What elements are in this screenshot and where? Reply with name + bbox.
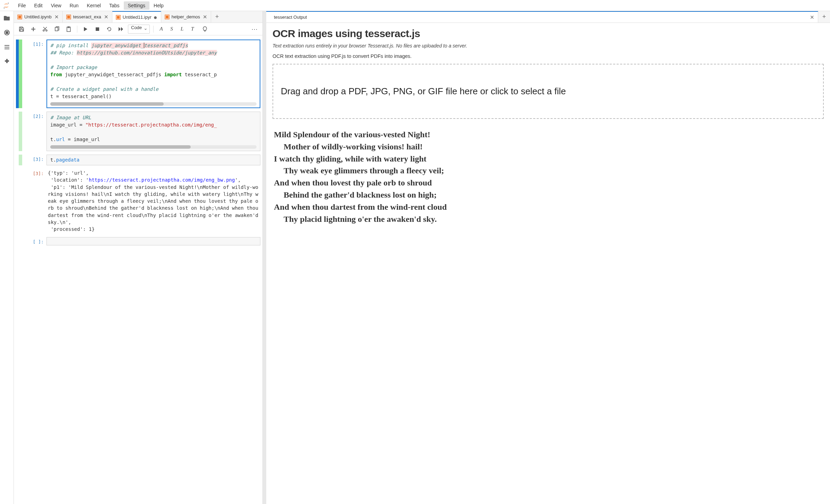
close-icon[interactable]: ✕	[203, 14, 207, 20]
add-cell-icon[interactable]	[28, 24, 38, 34]
folder-icon[interactable]	[3, 14, 11, 22]
svg-point-20	[46, 30, 47, 31]
poem-line: Mother of wildly-working visions! hail!	[274, 141, 822, 153]
code-editor[interactable]	[46, 237, 260, 245]
cell-prompt: [3]:	[22, 155, 46, 165]
cell-prompt: [2]:	[22, 112, 46, 151]
code-cell[interactable]: [3]: t.pagedata	[16, 155, 260, 165]
more-icon[interactable]: ⋯	[249, 25, 260, 33]
copy-icon[interactable]	[52, 24, 62, 34]
notebook-icon	[165, 15, 170, 19]
dropzone-text: Drag and drop a PDF, JPG, PNG, or GIF fi…	[281, 85, 815, 97]
menu-settings[interactable]: Settings	[124, 1, 150, 10]
output-cell: [3]: {'typ': 'url', 'location': 'https:/…	[16, 169, 260, 234]
close-icon[interactable]: ✕	[810, 14, 814, 20]
separator	[153, 26, 154, 33]
cell-prompt: [ ]:	[22, 237, 46, 245]
tool-t[interactable]: T	[188, 26, 197, 32]
menu-view[interactable]: View	[47, 1, 66, 10]
cut-icon[interactable]	[40, 24, 50, 34]
output-panel: OCR images using tesseract.js Text extra…	[266, 23, 830, 504]
menu-edit[interactable]: Edit	[30, 1, 47, 10]
cell-status	[19, 155, 22, 165]
code-cell[interactable]: [2]: # Image at URL image_url = "https:/…	[16, 112, 260, 151]
cell-type-select[interactable]: Code	[128, 25, 150, 34]
notebook-toolbar: Code ASLT ⋯	[14, 23, 262, 35]
notebook-tab[interactable]: Untitled.ipynb✕	[14, 11, 63, 23]
h-scrollbar[interactable]	[50, 102, 257, 106]
svg-point-19	[43, 30, 44, 31]
tool-a[interactable]: A	[157, 26, 165, 32]
file-dropzone[interactable]: Drag and drop a PDF, JPG, PNG, or GIF fi…	[273, 64, 824, 119]
tab-label: Untitled.ipynb	[24, 14, 52, 19]
run-icon[interactable]	[81, 24, 90, 34]
add-tab-icon[interactable]: +	[211, 11, 223, 23]
cell-gutter	[16, 237, 19, 245]
tab-label: Untitled11.ipyr	[123, 15, 152, 20]
svg-rect-16	[20, 29, 23, 31]
poem-line: Behind the gather'd blackness lost on hi…	[274, 189, 822, 201]
bulb-icon[interactable]	[200, 24, 210, 34]
extensions-icon[interactable]	[3, 58, 11, 66]
cell-status	[19, 112, 22, 151]
notebook-tab[interactable]: helper_demos✕	[161, 11, 211, 23]
output-tab[interactable]: tesseract Output ✕	[266, 11, 818, 23]
cell-gutter	[16, 40, 19, 108]
run-all-icon[interactable]	[116, 24, 126, 34]
restart-icon[interactable]	[104, 24, 114, 34]
cell-prompt: [1]:	[22, 40, 46, 108]
menubar: FileEditViewRunKernelTabsSettingsHelp	[0, 0, 830, 11]
svg-rect-15	[20, 27, 22, 28]
cell-status	[19, 40, 22, 108]
notebook-icon	[116, 15, 121, 20]
add-tab-icon[interactable]: +	[818, 11, 830, 23]
panel-subtitle: Text extraction runs entirely in your br…	[273, 43, 824, 49]
tool-s[interactable]: S	[167, 26, 176, 32]
output-tabbar: tesseract Output ✕ +	[266, 11, 830, 23]
activity-bar	[0, 11, 14, 504]
svg-rect-26	[96, 27, 99, 31]
separator	[77, 26, 77, 33]
poem-line: Thy placid lightning o'er the awaken'd s…	[274, 213, 822, 225]
code-cell[interactable]: [1]: # pip install jupyter_anywidget_tes…	[16, 40, 260, 108]
notebook-body: [1]: # pip install jupyter_anywidget_tes…	[14, 35, 262, 504]
svg-rect-12	[117, 16, 120, 19]
ocr-result: Mild Splendour of the various-vested Nig…	[273, 127, 824, 227]
tab-label: tesseract Output	[274, 15, 307, 20]
panel-desc: OCR text extraction using PDF.js to conv…	[273, 53, 824, 59]
poem-line: Thy weak eye glimmers through a fleecy v…	[274, 165, 822, 177]
menu-help[interactable]: Help	[149, 1, 168, 10]
dirty-indicator-icon: ●	[154, 14, 157, 20]
tab-label: helper_demos	[172, 14, 200, 19]
h-scrollbar[interactable]	[50, 145, 257, 149]
tool-l[interactable]: L	[178, 26, 186, 32]
close-icon[interactable]: ✕	[104, 14, 109, 20]
v-scrollbar[interactable]	[263, 11, 266, 504]
menu-tabs[interactable]: Tabs	[105, 1, 124, 10]
notebook-icon	[17, 15, 22, 19]
running-icon[interactable]	[3, 28, 11, 37]
notebook-tab[interactable]: Untitled11.ipyr●	[112, 11, 161, 23]
cell-gutter	[16, 169, 19, 234]
stop-icon[interactable]	[93, 24, 102, 34]
poem-line: I watch thy gliding, while with watery l…	[274, 153, 822, 165]
code-cell[interactable]: [ ]:	[16, 237, 260, 245]
svg-rect-23	[55, 27, 58, 31]
save-icon[interactable]	[17, 24, 26, 34]
output-text: {'typ': 'url', 'location': 'https://tess…	[46, 169, 260, 234]
svg-point-1	[3, 7, 5, 8]
menu-file[interactable]: File	[14, 1, 30, 10]
cell-gutter	[16, 112, 19, 151]
close-icon[interactable]: ✕	[54, 14, 59, 20]
toc-icon[interactable]	[3, 43, 11, 51]
code-editor[interactable]: t.pagedata	[46, 155, 260, 165]
code-editor[interactable]: # Image at URL image_url = "https://tess…	[46, 112, 260, 151]
menu-run[interactable]: Run	[66, 1, 83, 10]
notebook-tab[interactable]: tesseract_exa✕	[63, 11, 112, 23]
menu-kernel[interactable]: Kernel	[83, 1, 105, 10]
code-editor[interactable]: # pip install jupyter_anywidget_tesserac…	[46, 40, 260, 108]
svg-rect-8	[18, 16, 21, 18]
paste-icon[interactable]	[64, 24, 74, 34]
svg-rect-14	[166, 16, 168, 18]
poem-line: And when thou lovest thy pale orb to shr…	[274, 177, 822, 189]
